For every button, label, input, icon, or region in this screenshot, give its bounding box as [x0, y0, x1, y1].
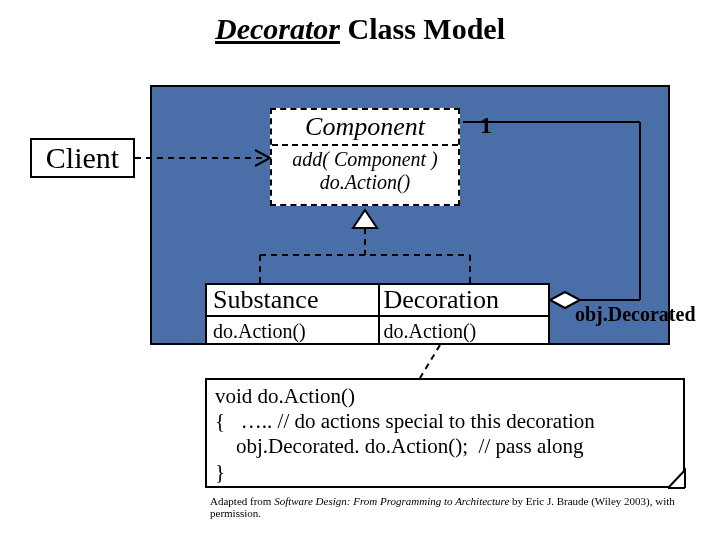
svg-line-10 [420, 345, 440, 378]
subclass-boxes: Substance Decoration do.Action() do.Acti… [205, 283, 550, 345]
attribution-line: Adapted from Software Design: From Progr… [210, 495, 710, 519]
component-class-name: Component [272, 110, 458, 142]
multiplicity-one: 1 [480, 112, 492, 139]
attribution-prefix: Adapted from [210, 495, 274, 507]
component-method-add: add( Component ) [272, 148, 458, 171]
client-class-box: Client [30, 138, 135, 178]
decoration-name: Decoration [378, 285, 549, 315]
component-methods: add( Component ) do.Action() [272, 146, 458, 194]
component-class-box: Component add( Component ) do.Action() [270, 108, 460, 206]
attribution-book: Software Design: From Programming to Arc… [274, 495, 509, 507]
substance-method: do.Action() [207, 317, 378, 345]
code-note-text: void do.Action() { ….. // do actions spe… [215, 384, 595, 484]
decoration-method: do.Action() [378, 317, 549, 345]
title-decorator: Decorator [215, 12, 340, 45]
diagram-stage: Decorator Class Model Client Component a… [0, 0, 720, 540]
substance-name: Substance [207, 285, 378, 315]
aggregation-role-label: obj.Decorated [575, 303, 696, 326]
code-note-box: void do.Action() { ….. // do actions spe… [205, 378, 685, 488]
title-rest: Class Model [340, 12, 505, 45]
component-method-do: do.Action() [272, 171, 458, 194]
subclass-vertical-divider [378, 285, 380, 343]
page-title: Decorator Class Model [0, 12, 720, 46]
client-label: Client [46, 141, 119, 175]
